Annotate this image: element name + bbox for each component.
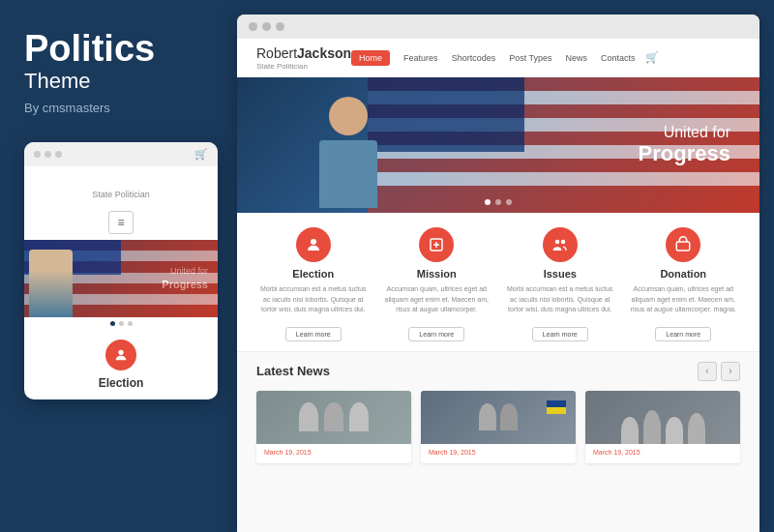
news-section: Latest News ‹ ›	[237, 352, 759, 533]
mobile-name: RobertJackson	[36, 174, 206, 190]
news-date-1: March 19, 2015	[264, 449, 403, 456]
news-next-btn[interactable]: ›	[721, 362, 740, 381]
hero-line2: Progress	[639, 141, 730, 166]
news-meta-3: March 19, 2015	[585, 444, 740, 463]
feature-donation: Donation Accumsan quam, ultrices eget ad…	[627, 227, 741, 341]
feature-mission: Mission Accumsan quam, ultrices eget ad …	[380, 227, 494, 341]
feature-election: Election Morbi accumsan est a metus luct…	[256, 227, 371, 341]
mobile-dot-2	[45, 151, 51, 158]
mobile-dot-3	[55, 151, 62, 158]
news-header: Latest News ‹ ›	[256, 362, 740, 381]
site-nav: Home Features Shortcodes Post Types News…	[351, 50, 635, 66]
browser-dot-1	[249, 22, 257, 31]
nav-home[interactable]: Home	[351, 50, 390, 66]
mobile-slide-dot-1	[110, 321, 115, 326]
election-learn-btn[interactable]: Learn more	[285, 327, 342, 341]
election-icon	[296, 227, 331, 262]
news-navigation: ‹ ›	[698, 362, 740, 381]
nav-contacts[interactable]: Contacts	[601, 53, 636, 63]
hero-dot-3[interactable]	[506, 199, 512, 205]
desktop-site: RobertJackson State Politician Home Feat…	[237, 39, 759, 532]
mobile-cart-icon: 🛒	[194, 148, 208, 161]
mobile-hamburger-icon: ≡	[108, 211, 133, 234]
hero-dot-2[interactable]	[495, 199, 501, 205]
news-date-2: March 19, 2015	[429, 449, 568, 456]
hero-dot-1[interactable]	[485, 199, 491, 205]
mission-title: Mission	[380, 268, 494, 280]
news-card-1: March 19, 2015	[256, 391, 411, 463]
svg-rect-5	[677, 242, 691, 251]
browser-chrome	[237, 15, 759, 39]
news-date-3: March 19, 2015	[593, 449, 732, 456]
mobile-election-icon	[105, 340, 136, 370]
mobile-slider-dots	[24, 317, 218, 330]
site-hero: United for Progress	[237, 77, 759, 213]
issues-learn-btn[interactable]: Learn more	[532, 327, 588, 341]
news-image-2	[421, 391, 576, 444]
donation-title: Donation	[627, 268, 741, 280]
donation-icon	[666, 227, 700, 262]
brand-title: Politics	[24, 29, 213, 70]
mobile-role: State Politician	[36, 190, 206, 199]
svg-point-1	[311, 239, 316, 245]
mobile-hero: United for Progress	[24, 240, 218, 317]
news-grid: March 19, 2015 March 19, 2015	[256, 391, 740, 463]
nav-shortcodes[interactable]: Shortcodes	[452, 53, 496, 63]
mission-icon	[419, 227, 454, 262]
left-panel: Politics Theme By cmsmasters 🛒 RobertJac…	[0, 0, 237, 532]
mobile-header: RobertJackson State Politician	[24, 166, 218, 205]
mobile-slide-dot-3	[128, 321, 133, 326]
site-logo: RobertJackson State Politician	[256, 44, 351, 71]
logo-bold: Jackson	[297, 45, 351, 61]
features-section: Election Morbi accumsan est a metus luct…	[237, 213, 759, 352]
mobile-section-label: Election	[36, 376, 206, 390]
mobile-hero-person	[29, 250, 73, 317]
news-image-1	[256, 391, 411, 444]
site-header: RobertJackson State Politician Home Feat…	[237, 39, 759, 77]
issues-desc: Morbi accumsan est a metus luctus ac iac…	[503, 284, 617, 315]
logo-sub: State Politician	[256, 62, 351, 71]
news-card-3: March 19, 2015	[585, 391, 740, 463]
news-meta-2: March 19, 2015	[421, 444, 576, 463]
donation-desc: Accumsan quam, ultrices eget ad aliquam …	[627, 284, 741, 315]
browser-dot-2	[262, 22, 271, 31]
hero-text: United for Progress	[639, 124, 759, 166]
mobile-menu-btn[interactable]: ≡	[24, 205, 218, 240]
issues-title: Issues	[503, 268, 617, 280]
cart-icon[interactable]: 🛒	[645, 51, 659, 64]
svg-point-3	[555, 240, 560, 245]
right-panel: RobertJackson State Politician Home Feat…	[237, 15, 759, 532]
news-card-2: March 19, 2015	[421, 391, 576, 463]
news-meta-1: March 19, 2015	[256, 444, 411, 463]
mission-desc: Accumsan quam, ultrices eget ad aliquam …	[380, 284, 494, 315]
news-image-3	[585, 391, 740, 444]
brand-by: By cmsmasters	[24, 101, 213, 115]
brand-subtitle: Theme	[24, 70, 213, 93]
mobile-top-bar: 🛒	[24, 142, 218, 166]
donation-learn-btn[interactable]: Learn more	[655, 327, 711, 341]
mobile-dot-1	[34, 151, 41, 158]
svg-point-4	[561, 240, 566, 245]
mobile-section: Election	[24, 330, 218, 399]
mobile-slide-dot-2	[119, 321, 124, 326]
svg-point-0	[118, 350, 123, 355]
brand-title-text: Politics	[24, 28, 155, 69]
hero-person-figure	[305, 87, 392, 213]
election-desc: Morbi accumsan est a metus luctus ac iac…	[256, 284, 371, 315]
election-title: Election	[256, 268, 371, 280]
mission-learn-btn[interactable]: Learn more	[408, 327, 464, 341]
hero-line1: United for	[639, 124, 730, 141]
browser-dot-3	[276, 22, 284, 31]
hero-dots	[485, 199, 512, 205]
news-prev-btn[interactable]: ‹	[698, 362, 717, 381]
nav-post-types[interactable]: Post Types	[509, 53, 551, 63]
feature-issues: Issues Morbi accumsan est a metus luctus…	[503, 227, 617, 341]
mobile-mockup: 🛒 RobertJackson State Politician ≡ Unite…	[24, 142, 218, 399]
news-title: Latest News	[256, 364, 330, 378]
issues-icon	[543, 227, 578, 262]
nav-features[interactable]: Features	[403, 53, 438, 63]
logo-first: Robert	[256, 45, 297, 61]
nav-news[interactable]: News	[566, 53, 588, 63]
